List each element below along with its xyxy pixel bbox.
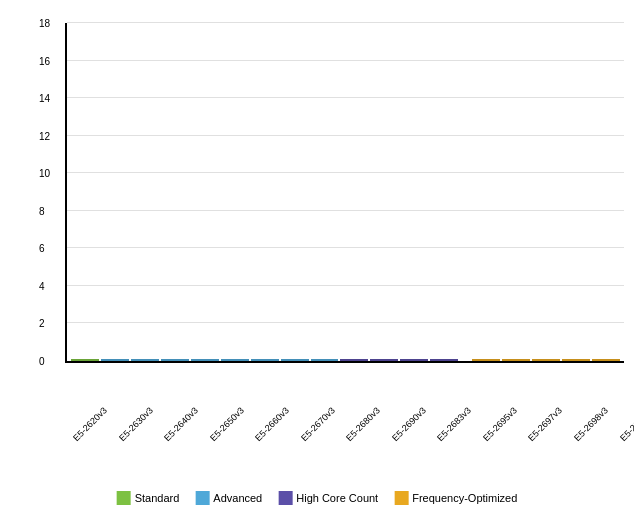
y-tick-label: 4 xyxy=(39,281,45,292)
y-tick-label: 8 xyxy=(39,206,45,217)
chart-container: 024681012141618 E5-2620v3E5-2630v3E5-264… xyxy=(0,0,634,510)
bar xyxy=(340,359,368,361)
legend-item: Standard xyxy=(117,491,180,505)
bar-group xyxy=(370,359,398,361)
legend-label: Advanced xyxy=(213,492,262,504)
bar xyxy=(592,359,620,361)
legend-label: Frequency-Optimized xyxy=(412,492,517,504)
y-tick-label: 2 xyxy=(39,318,45,329)
y-tick-label: 6 xyxy=(39,243,45,254)
bar xyxy=(251,359,279,361)
legend-label: High Core Count xyxy=(296,492,378,504)
legend-swatch xyxy=(117,491,131,505)
bar-group xyxy=(251,359,279,361)
bar xyxy=(191,359,219,361)
x-axis-label: E5-2670v3 xyxy=(299,405,337,443)
x-axis-label: E5-2698v3 xyxy=(572,405,610,443)
bar-group xyxy=(430,359,458,361)
legend-item: Frequency-Optimized xyxy=(394,491,517,505)
y-tick-label: 18 xyxy=(39,18,50,29)
bar xyxy=(131,359,159,361)
bar xyxy=(370,359,398,361)
bar-group xyxy=(161,359,189,361)
legend-swatch xyxy=(278,491,292,505)
bar-group xyxy=(221,359,249,361)
x-axis-label: E5-2680v3 xyxy=(344,405,382,443)
x-labels: E5-2620v3E5-2630v3E5-2640v3E5-2650v3E5-2… xyxy=(67,366,624,446)
x-axis-label: E5-2699v3 xyxy=(618,405,634,443)
x-axis-label: E5-2630v3 xyxy=(117,405,155,443)
bar-group xyxy=(101,359,129,361)
bar xyxy=(430,359,458,361)
y-tick-label: 16 xyxy=(39,56,50,67)
chart-area: 024681012141618 E5-2620v3E5-2630v3E5-264… xyxy=(65,23,624,363)
bar-group xyxy=(340,359,368,361)
bar-group xyxy=(281,359,309,361)
bars-area xyxy=(67,23,624,361)
bar xyxy=(472,359,500,361)
legend-swatch xyxy=(394,491,408,505)
bar-group xyxy=(71,359,99,361)
x-axis-label: E5-2690v3 xyxy=(390,405,428,443)
bar-group xyxy=(472,359,500,361)
legend-swatch xyxy=(195,491,209,505)
bar-group xyxy=(562,359,590,361)
legend-label: Standard xyxy=(135,492,180,504)
y-tick-label: 12 xyxy=(39,131,50,142)
bar-group xyxy=(131,359,159,361)
bar-group xyxy=(400,359,428,361)
y-tick-label: 10 xyxy=(39,168,50,179)
bar-group xyxy=(532,359,560,361)
bar xyxy=(400,359,428,361)
y-tick-label: 14 xyxy=(39,93,50,104)
x-axis-label: E5-2695v3 xyxy=(481,405,519,443)
bar xyxy=(502,359,530,361)
y-tick-label: 0 xyxy=(39,356,45,367)
bar-group xyxy=(502,359,530,361)
bar xyxy=(562,359,590,361)
bar-group xyxy=(191,359,219,361)
x-axis-label: E5-2620v3 xyxy=(71,405,109,443)
bar xyxy=(71,359,99,361)
bar xyxy=(161,359,189,361)
x-axis-label: E5-2697v3 xyxy=(526,405,564,443)
x-axis-label: E5-2660v3 xyxy=(253,405,291,443)
legend-item: High Core Count xyxy=(278,491,378,505)
bar xyxy=(221,359,249,361)
x-axis-label: E5-2683v3 xyxy=(435,405,473,443)
bar xyxy=(281,359,309,361)
legend: StandardAdvancedHigh Core CountFrequency… xyxy=(117,491,518,505)
bar-group xyxy=(311,359,339,361)
bar xyxy=(101,359,129,361)
x-axis-label: E5-2650v3 xyxy=(208,405,246,443)
bar-group xyxy=(592,359,620,361)
bar xyxy=(311,359,339,361)
bar xyxy=(532,359,560,361)
legend-item: Advanced xyxy=(195,491,262,505)
x-axis-label: E5-2640v3 xyxy=(162,405,200,443)
